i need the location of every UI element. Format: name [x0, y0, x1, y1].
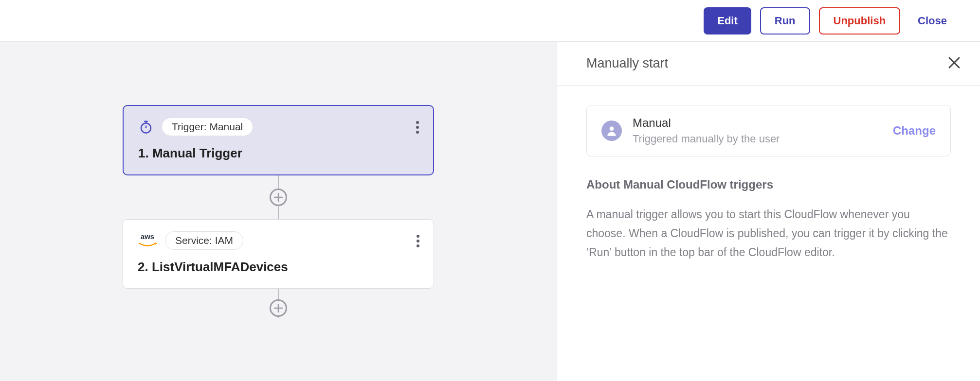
flow-canvas[interactable]: Trigger: Manual 1. Manual Trigger aws Se… [0, 42, 557, 381]
node-menu-button[interactable] [416, 234, 420, 248]
user-icon [601, 121, 622, 141]
about-text: A manual trigger allows you to start thi… [586, 205, 951, 262]
edit-button[interactable]: Edit [704, 7, 751, 35]
unpublish-button[interactable]: Unpublish [819, 7, 901, 35]
run-button[interactable]: Run [760, 7, 810, 35]
aws-icon: aws [138, 233, 157, 248]
svg-point-4 [417, 235, 419, 238]
close-button[interactable]: Close [909, 15, 956, 27]
connector [270, 289, 287, 318]
add-step-button[interactable] [270, 189, 287, 206]
panel-body: Manual Triggered manually by the user Ch… [557, 86, 980, 281]
svg-point-6 [417, 244, 419, 247]
svg-point-5 [417, 240, 419, 242]
panel-header: Manually start [557, 42, 980, 86]
side-panel: Manually start Manual Triggered manually… [557, 42, 980, 381]
panel-title: Manually start [586, 56, 668, 71]
stopwatch-icon [138, 119, 154, 135]
add-step-button[interactable] [270, 299, 287, 317]
node-pill: Trigger: Manual [162, 118, 253, 136]
svg-point-7 [610, 126, 614, 131]
flow-node-manual-trigger[interactable]: Trigger: Manual 1. Manual Trigger [123, 105, 434, 175]
about-heading: About Manual CloudFlow triggers [586, 178, 951, 191]
trigger-description: Triggered manually by the user [633, 133, 780, 145]
node-pill: Service: IAM [165, 231, 243, 250]
node-title: 2. ListVirtualMFADevices [138, 260, 419, 275]
main: Trigger: Manual 1. Manual Trigger aws Se… [0, 42, 980, 381]
node-menu-button[interactable] [416, 121, 419, 134]
node-header: aws Service: IAM [138, 231, 419, 250]
trigger-info: Manual Triggered manually by the user [601, 116, 780, 145]
node-title: 1. Manual Trigger [138, 146, 418, 161]
trigger-name: Manual [633, 116, 780, 130]
svg-point-2 [416, 126, 419, 129]
change-button[interactable]: Change [893, 124, 936, 138]
close-icon[interactable] [948, 54, 961, 73]
svg-point-1 [416, 121, 419, 124]
flow-node-list-mfa-devices[interactable]: aws Service: IAM 2. ListVirtualMFADevice… [123, 219, 434, 289]
topbar: Edit Run Unpublish Close [0, 0, 980, 42]
connector [270, 175, 287, 219]
trigger-card: Manual Triggered manually by the user Ch… [586, 105, 951, 156]
svg-point-3 [416, 131, 419, 134]
node-header: Trigger: Manual [138, 118, 418, 136]
